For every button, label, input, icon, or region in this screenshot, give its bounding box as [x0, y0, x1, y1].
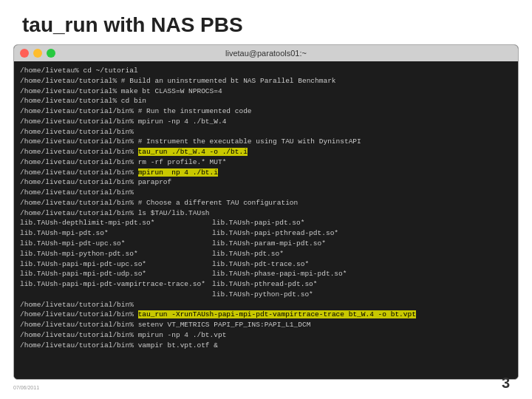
terminal-titlebar: livetau@paratools01:~: [14, 45, 518, 61]
line-b2: /home/livetau/tutorial/bin% tau_run -Xru…: [20, 310, 512, 320]
line-6: /home/livetau/tutorial/bin% mpirun -np 4…: [20, 117, 512, 127]
line-3: /home/livetau/tutorial% make bt CLASS=W …: [20, 86, 512, 97]
line-7: /home/livetau/tutorial/bin%: [20, 127, 512, 137]
terminal-body: /home/livetau% cd ~/tutorial /home/livet…: [14, 61, 518, 379]
line-10: /home/livetau/tutorial/bin% rm -rf profi…: [20, 157, 512, 168]
line-15: /home/livetau/tutorial/bin% ls $TAU/lib.…: [20, 208, 512, 219]
line-b3: /home/livetau/tutorial/bin% setenv VT_ME…: [20, 320, 512, 330]
line-12: /home/livetau/tutorial/bin% paraprof: [20, 177, 512, 188]
line-1: /home/livetau% cd ~/tutorial: [20, 66, 512, 76]
titlebar-text: livetau@paratools01:~: [225, 49, 307, 58]
footer-small-text: 07/06/2011: [13, 385, 39, 390]
minimize-btn[interactable]: [33, 49, 42, 58]
page-title: tau_run with NAS PBS: [0, 0, 532, 44]
close-btn[interactable]: [20, 49, 29, 58]
lib-col-left: lib.TAUsh-depthlimit-mpi-pdt.so* lib.TAU…: [20, 218, 212, 299]
line-11: /home/livetau/tutorial/bin% mpirun np 4 …: [20, 168, 512, 178]
line-b1: /home/livetau/tutorial/bin%: [20, 300, 512, 310]
terminal-window: livetau@paratools01:~ /home/livetau% cd …: [13, 44, 519, 380]
page-number: 3: [502, 375, 510, 392]
line-9: /home/livetau/tutorial/bin% tau_run ./bt…: [20, 147, 512, 157]
maximize-btn[interactable]: [47, 49, 55, 58]
line-b5: /home/livetau/tutorial/bin% vampir bt.vp…: [20, 341, 512, 351]
line-13: /home/livetau/tutorial/bin%: [20, 188, 512, 198]
line-8: /home/livetau/tutorial/bin% # Instrument…: [20, 137, 512, 147]
lib-col-right: lib.TAUsh-papi-pdt.so* lib.TAUsh-papi-pt…: [212, 218, 512, 299]
line-b4: /home/livetau/tutorial/bin% mpirun -np 4…: [20, 330, 512, 341]
line-4: /home/livetau/tutorial% cd bin: [20, 96, 512, 106]
line-14: /home/livetau/tutorial/bin% # Choose a d…: [20, 198, 512, 208]
line-2: /home/livetau/tutorial% # Build an unins…: [20, 76, 512, 86]
line-5: /home/livetau/tutorial/bin% # Run the in…: [20, 106, 512, 117]
